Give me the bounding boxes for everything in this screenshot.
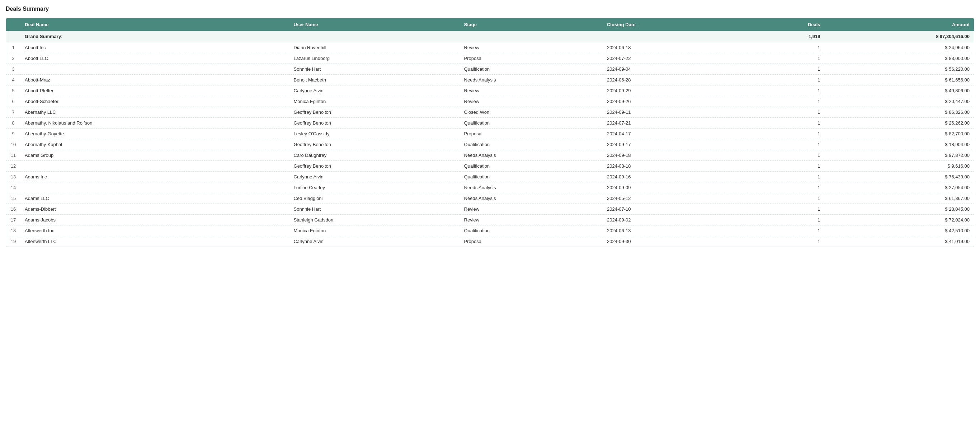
col-header-stage[interactable]: Stage	[460, 18, 603, 31]
table-row: 12 Geoffrey Benoiton Qualification 2024-…	[6, 161, 974, 172]
deals-cell: 1	[750, 193, 824, 204]
closing-date-cell: 2024-08-18	[603, 161, 750, 172]
stage-cell: Needs Analysis	[460, 193, 603, 204]
deal-name-cell: Abbott LLC	[21, 53, 290, 64]
deals-table-wrapper: Deal Name User Name Stage Closing Date ↓…	[6, 18, 974, 247]
col-header-user-name[interactable]: User Name	[290, 18, 460, 31]
deals-table: Deal Name User Name Stage Closing Date ↓…	[6, 18, 974, 247]
closing-date-cell: 2024-09-04	[603, 64, 750, 75]
deal-name-cell: Abbott Inc	[21, 42, 290, 53]
grand-summary-row-num	[6, 31, 21, 42]
stage-cell: Qualification	[460, 139, 603, 150]
table-row: 13 Adams Inc Carlynne Alvin Qualificatio…	[6, 172, 974, 182]
table-row: 2 Abbott LLC Lazarus Lindborg Proposal 2…	[6, 53, 974, 64]
deals-cell: 1	[750, 172, 824, 182]
closing-date-cell: 2024-09-16	[603, 172, 750, 182]
col-header-closing-date[interactable]: Closing Date ↓	[603, 18, 750, 31]
user-name-cell: Benoit Macbeth	[290, 75, 460, 85]
deal-name-cell: Abbott-Pfeffer	[21, 85, 290, 96]
table-row: 6 Abbott-Schaefer Monica Eginton Review …	[6, 96, 974, 107]
closing-date-cell: 2024-09-11	[603, 107, 750, 118]
deals-cell: 1	[750, 85, 824, 96]
user-name-cell: Geoffrey Benoiton	[290, 139, 460, 150]
row-num-cell: 10	[6, 139, 21, 150]
row-num-cell: 18	[6, 225, 21, 236]
stage-cell: Qualification	[460, 64, 603, 75]
closing-date-cell: 2024-07-10	[603, 204, 750, 215]
deals-cell: 1	[750, 53, 824, 64]
deals-cell: 1	[750, 150, 824, 161]
user-name-cell: Stanleigh Gadsdon	[290, 215, 460, 225]
deal-name-cell: Adams-Dibbert	[21, 204, 290, 215]
amount-cell: $ 26,262.00	[825, 118, 974, 129]
sort-down-icon: ↓	[638, 22, 640, 27]
closing-date-cell: 2024-09-18	[603, 150, 750, 161]
table-row: 18 Altenwerth Inc Monica Eginton Qualifi…	[6, 225, 974, 236]
user-name-cell: Ced Biaggioni	[290, 193, 460, 204]
col-header-row-num	[6, 18, 21, 31]
table-row: 15 Adams LLC Ced Biaggioni Needs Analysi…	[6, 193, 974, 204]
stage-cell: Needs Analysis	[460, 182, 603, 193]
closing-date-cell: 2024-06-18	[603, 42, 750, 53]
amount-cell: $ 56,220.00	[825, 64, 974, 75]
deals-cell: 1	[750, 118, 824, 129]
row-num-cell: 13	[6, 172, 21, 182]
deal-name-cell: Adams Group	[21, 150, 290, 161]
col-header-deals[interactable]: Deals	[750, 18, 824, 31]
stage-cell: Qualification	[460, 118, 603, 129]
deals-cell: 1	[750, 204, 824, 215]
row-num-cell: 4	[6, 75, 21, 85]
stage-cell: Closed Won	[460, 107, 603, 118]
row-num-cell: 16	[6, 204, 21, 215]
deal-name-cell: Abernathy-Kuphal	[21, 139, 290, 150]
deal-name-cell	[21, 182, 290, 193]
stage-cell: Review	[460, 96, 603, 107]
amount-cell: $ 97,872.00	[825, 150, 974, 161]
closing-date-cell: 2024-09-02	[603, 215, 750, 225]
deal-name-cell	[21, 161, 290, 172]
deals-cell: 1	[750, 182, 824, 193]
table-row: 19 Altenwerth LLC Carlynne Alvin Proposa…	[6, 236, 974, 247]
closing-date-cell: 2024-06-13	[603, 225, 750, 236]
user-name-cell: Carlynne Alvin	[290, 172, 460, 182]
row-num-cell: 8	[6, 118, 21, 129]
grand-summary-label: Grand Summary:	[21, 31, 603, 42]
amount-cell: $ 27,054.00	[825, 182, 974, 193]
table-row: 9 Abernathy-Goyette Lesley O'Cassidy Pro…	[6, 129, 974, 139]
deal-name-cell: Adams LLC	[21, 193, 290, 204]
closing-date-cell: 2024-09-17	[603, 139, 750, 150]
col-header-amount[interactable]: Amount	[825, 18, 974, 31]
col-header-deal-name[interactable]: Deal Name	[21, 18, 290, 31]
deal-name-cell: Abbott-Schaefer	[21, 96, 290, 107]
stage-cell: Needs Analysis	[460, 75, 603, 85]
user-name-cell: Monica Eginton	[290, 225, 460, 236]
closing-date-cell: 2024-05-12	[603, 193, 750, 204]
closing-date-cell: 2024-09-29	[603, 85, 750, 96]
deals-cell: 1	[750, 75, 824, 85]
deals-cell: 1	[750, 96, 824, 107]
amount-cell: $ 20,447.00	[825, 96, 974, 107]
deals-cell: 1	[750, 215, 824, 225]
amount-cell: $ 72,024.00	[825, 215, 974, 225]
row-num-cell: 1	[6, 42, 21, 53]
table-row: 3 Sonnnie Hart Qualification 2024-09-04 …	[6, 64, 974, 75]
grand-summary-amount: $ 97,304,616.00	[825, 31, 974, 42]
stage-cell: Qualification	[460, 225, 603, 236]
deal-name-cell: Abernathy LLC	[21, 107, 290, 118]
stage-cell: Proposal	[460, 53, 603, 64]
closing-date-cell: 2024-09-26	[603, 96, 750, 107]
deal-name-cell: Altenwerth LLC	[21, 236, 290, 247]
grand-summary-deals: 1,919	[750, 31, 824, 42]
deals-cell: 1	[750, 161, 824, 172]
grand-summary-closing-date	[603, 31, 750, 42]
amount-cell: $ 28,045.00	[825, 204, 974, 215]
row-num-cell: 15	[6, 193, 21, 204]
deals-cell: 1	[750, 42, 824, 53]
user-name-cell: Geoffrey Benoiton	[290, 161, 460, 172]
user-name-cell: Monica Eginton	[290, 96, 460, 107]
stage-cell: Qualification	[460, 172, 603, 182]
deals-cell: 1	[750, 64, 824, 75]
row-num-cell: 3	[6, 64, 21, 75]
row-num-cell: 5	[6, 85, 21, 96]
stage-cell: Proposal	[460, 129, 603, 139]
